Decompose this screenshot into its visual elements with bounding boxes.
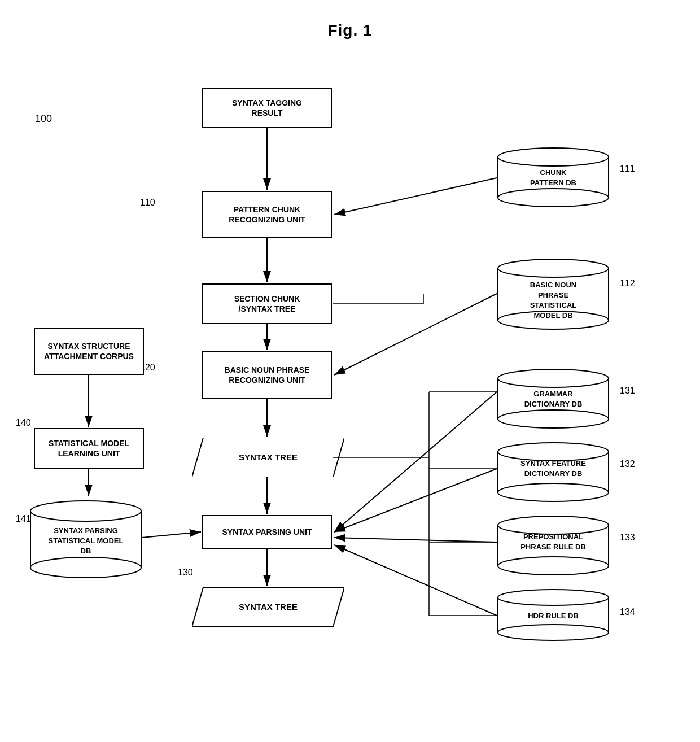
label-132: 132 — [620, 459, 635, 469]
svg-text:DICTIONARY DB: DICTIONARY DB — [524, 400, 583, 408]
pattern-chunk-box: PATTERN CHUNK RECOGNIZING UNIT — [202, 191, 332, 238]
svg-point-23 — [498, 369, 609, 387]
svg-line-53 — [334, 392, 497, 532]
svg-point-6 — [30, 557, 141, 578]
svg-line-56 — [334, 545, 497, 616]
svg-text:GRAMMAR: GRAMMAR — [533, 390, 573, 398]
label-110: 110 — [140, 198, 155, 208]
svg-text:SYNTAX TREE: SYNTAX TREE — [239, 602, 298, 612]
svg-text:PHRASE RULE DB: PHRASE RULE DB — [520, 543, 586, 551]
svg-point-12 — [498, 189, 609, 207]
svg-line-46 — [334, 294, 497, 375]
svg-text:SYNTAX PARSING: SYNTAX PARSING — [54, 526, 118, 535]
basic-noun-box: BASIC NOUN PHRASE RECOGNIZING UNIT — [202, 351, 332, 399]
svg-point-39 — [498, 625, 609, 640]
svg-point-38 — [498, 590, 609, 605]
svg-text:SYNTAX FEATURE: SYNTAX FEATURE — [520, 459, 586, 468]
svg-point-5 — [30, 501, 141, 521]
prepositional-db: PREPOSITIONAL PHRASE RULE DB — [497, 514, 610, 579]
label-133: 133 — [620, 533, 635, 543]
svg-text:CHUNK: CHUNK — [540, 168, 567, 177]
svg-text:HDR RULE DB: HDR RULE DB — [528, 612, 579, 620]
svg-line-43 — [334, 178, 497, 215]
label-112: 112 — [620, 278, 635, 289]
svg-point-11 — [498, 148, 609, 166]
syntax-tree-para-1: SYNTAX TREE — [192, 438, 344, 477]
syntax-structure-box: SYNTAX STRUCTURE ATTACHMENT CORPUS — [34, 328, 144, 375]
svg-point-16 — [498, 259, 609, 277]
svg-text:BASIC NOUN: BASIC NOUN — [530, 281, 576, 289]
syntax-parsing-stat-db: SYNTAX PARSING STATISTICAL MODEL DB — [29, 497, 142, 579]
svg-text:PREPOSITIONAL: PREPOSITIONAL — [523, 533, 583, 541]
label-134: 134 — [620, 607, 635, 617]
diagram-container: Fig. 1 100 SYNTAX TAGGING RESULT 110 PAT… — [0, 0, 700, 742]
svg-text:STATISTICAL MODEL: STATISTICAL MODEL — [49, 536, 124, 545]
svg-text:STATISTICAL: STATISTICAL — [530, 301, 577, 309]
syntax-parsing-unit-box: SYNTAX PARSING UNIT — [202, 515, 332, 549]
svg-line-55 — [334, 538, 497, 542]
label-131: 131 — [620, 386, 635, 396]
svg-point-33 — [498, 516, 609, 534]
svg-text:MODEL DB: MODEL DB — [533, 311, 572, 320]
label-100: 100 — [35, 113, 52, 125]
hdr-rule-db: HDR RULE DB — [497, 587, 610, 644]
svg-text:DICTIONARY DB: DICTIONARY DB — [524, 469, 583, 478]
section-chunk-box: SECTION CHUNK /SYNTAX TREE — [202, 283, 332, 324]
syntax-tagging-box: SYNTAX TAGGING RESULT — [202, 88, 332, 128]
svg-text:SYNTAX TREE: SYNTAX TREE — [239, 452, 298, 462]
svg-text:PHRASE: PHRASE — [538, 291, 569, 299]
label-111: 111 — [620, 164, 635, 174]
svg-point-24 — [498, 410, 609, 428]
stat-model-learning-box: STATISTICAL MODEL LEARNING UNIT — [34, 428, 144, 469]
label-130: 130 — [178, 568, 193, 578]
syntax-tree-para-2: SYNTAX TREE — [192, 587, 344, 627]
label-140: 140 — [16, 418, 31, 428]
svg-line-52 — [142, 532, 201, 538]
fig-title: Fig. 1 — [0, 0, 700, 40]
svg-text:DB: DB — [81, 547, 91, 555]
grammar-dict-db: GRAMMAR DICTIONARY DB — [497, 367, 610, 432]
label-141: 141 — [16, 514, 31, 524]
svg-line-54 — [334, 469, 497, 532]
svg-point-34 — [498, 557, 609, 575]
svg-text:PATTERN DB: PATTERN DB — [530, 178, 576, 187]
basic-noun-stat-db: BASIC NOUN PHRASE STATISTICAL MODEL DB — [497, 257, 610, 333]
svg-point-28 — [498, 443, 609, 461]
syntax-feature-db: SYNTAX FEATURE DICTIONARY DB — [497, 440, 610, 505]
chunk-pattern-db: CHUNK PATTERN DB — [497, 146, 610, 211]
svg-point-29 — [498, 483, 609, 501]
